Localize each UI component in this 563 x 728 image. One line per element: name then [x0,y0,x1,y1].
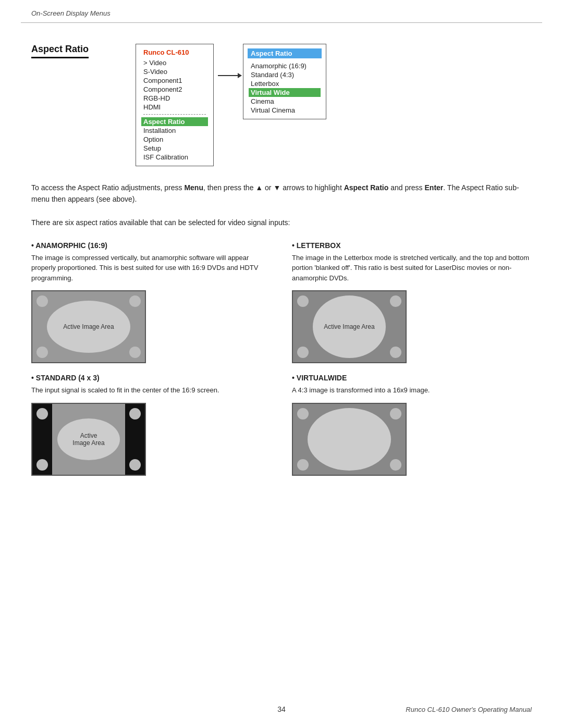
corner-bl [297,459,309,471]
page-header: On-Screen Display Menus [0,0,563,22]
submenu-item-virtualcinema: Virtual Cinema [251,106,319,115]
menu-item-option: Option [143,135,206,144]
submenu-item-letterbox: Letterbox [251,79,319,88]
header-label: On-Screen Display Menus [31,9,111,17]
page-number: 34 [277,705,286,713]
menu-divider [143,114,206,115]
anamorphic-desc: The image is compressed vertically, but … [31,253,271,283]
corner-bl [36,459,48,471]
corner-tr [390,295,401,307]
aspect-anamorphic: • ANAMORPHIC (16:9) The image is compres… [31,241,271,364]
page-footer: 34 Runco CL-610 Owner's Operating Manual [0,705,563,713]
letterbox-active-area: Active Image Area [313,295,386,358]
corner-br [129,459,141,471]
corner-tr [129,408,141,419]
submenu-title: Aspect Ratio [248,48,322,58]
corner-br [390,347,401,358]
submenu-item-virtualwide: Virtual Wide [249,88,321,97]
letterbox-desc: The image in the Letterbox mode is stret… [292,253,532,283]
menu-item-hdmi: HDMI [143,103,206,112]
description-block: To access the Aspect Ratio adjustments, … [31,182,532,229]
corner-br [390,459,401,471]
corner-tl [297,295,309,307]
anamorphic-active-area: Active Image Area [47,301,130,353]
description-line1: To access the Aspect Ratio adjustments, … [31,182,532,205]
standard-desc: The input signal is scaled to fit in the… [31,385,271,396]
anamorphic-diagram: Active Image Area [31,290,146,363]
virtualwide-active-area [308,408,391,471]
menu-item-video: Video [143,58,206,67]
standard-diagram: ActiveImage Area [31,403,146,476]
aspect-letterbox: • LETTERBOX The image in the Letterbox m… [292,241,532,364]
menu-item-setup: Setup [143,144,206,153]
menu-diagram: Runco CL-610 Video S-Video Component1 Co… [136,44,326,166]
standard-active-area: ActiveImage Area [57,418,120,460]
submenu-item-standard: Standard (4:3) [251,70,319,79]
arrow-line [218,75,239,76]
submenu-item-anamorphic: Anamorphic (16:9) [251,61,319,70]
virtualwide-desc: A 4:3 image is transformed into a 16x9 i… [292,385,532,396]
letterbox-diagram: Active Image Area [292,290,407,363]
menu-item-installation: Installation [143,126,206,135]
standard-heading: • STANDARD (4 x 3) [31,374,271,382]
letterbox-heading: • LETTERBOX [292,241,532,250]
menu-item-isf: ISF Calibration [143,153,206,162]
submenu-box: Aspect Ratio Anamorphic (16:9) Standard … [243,44,326,119]
description-line2: There are six aspect ratios available th… [31,217,532,228]
menu-item-rgbhd: RGB-HD [143,94,206,103]
corner-bl [36,347,48,358]
virtualwide-diagram [292,403,407,476]
virtualwide-heading: • VIRTUALWIDE [292,374,532,382]
menu-item-aspect-ratio: Aspect Ratio [141,117,208,126]
corner-tr [390,408,401,419]
aspect-standard: • STANDARD (4 x 3) The input signal is s… [31,374,271,476]
submenu-item-cinema: Cinema [251,97,319,106]
arrow-connector [214,75,243,76]
corner-br [129,347,141,358]
section-title: Aspect Ratio [31,44,89,58]
aspect-virtualwide: • VIRTUALWIDE A 4:3 image is transformed… [292,374,532,476]
corner-tl [297,408,309,419]
menu-item-component2: Component2 [143,85,206,94]
corner-bl [297,347,309,358]
section-title-row: Aspect Ratio Runco CL-610 Video S-Video … [31,44,532,166]
corner-tl [36,295,48,307]
aspects-grid: • ANAMORPHIC (16:9) The image is compres… [31,241,532,486]
corner-tr [129,295,141,307]
main-menu-box: Runco CL-610 Video S-Video Component1 Co… [136,44,214,166]
anamorphic-heading: • ANAMORPHIC (16:9) [31,241,271,250]
menu-item-component1: Component1 [143,76,206,85]
menu-title: Runco CL-610 [143,48,206,56]
main-content: Aspect Ratio Runco CL-610 Video S-Video … [0,23,563,517]
section-title-block: Aspect Ratio [31,44,115,58]
corner-tl [36,408,48,419]
footer-right-text: Runco CL-610 Owner's Operating Manual [406,706,532,713]
menu-item-svideo: S-Video [143,67,206,76]
